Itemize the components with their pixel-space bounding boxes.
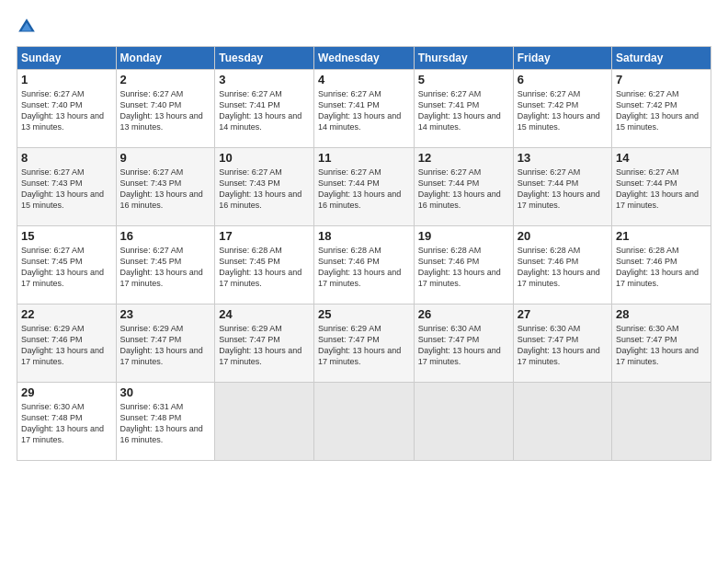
day-number: 17 [219,229,310,243]
calendar-cell [215,383,314,461]
day-info: Sunrise: 6:30 AM Sunset: 7:48 PM Dayligh… [21,401,112,446]
calendar-header-monday: Monday [116,47,215,70]
day-info: Sunrise: 6:29 AM Sunset: 7:46 PM Dayligh… [21,323,112,368]
calendar-cell: 14 Sunrise: 6:27 AM Sunset: 7:44 PM Dayl… [612,148,711,226]
calendar-cell: 27 Sunrise: 6:30 AM Sunset: 7:47 PM Dayl… [513,304,611,383]
day-number: 8 [21,151,112,165]
calendar-cell: 19 Sunrise: 6:28 AM Sunset: 7:46 PM Dayl… [414,226,513,304]
calendar-cell: 15 Sunrise: 6:27 AM Sunset: 7:45 PM Dayl… [17,226,117,304]
day-number: 23 [120,307,211,321]
day-number: 16 [120,229,211,243]
calendar-cell: 7 Sunrise: 6:27 AM Sunset: 7:42 PM Dayli… [612,70,711,148]
calendar-cell [513,383,611,461]
day-info: Sunrise: 6:29 AM Sunset: 7:47 PM Dayligh… [120,323,211,368]
day-info: Sunrise: 6:28 AM Sunset: 7:46 PM Dayligh… [318,245,410,290]
day-info: Sunrise: 6:31 AM Sunset: 7:48 PM Dayligh… [120,401,211,446]
calendar-cell: 26 Sunrise: 6:30 AM Sunset: 7:47 PM Dayl… [414,304,513,383]
day-number: 21 [616,229,707,243]
calendar-cell: 4 Sunrise: 6:27 AM Sunset: 7:41 PM Dayli… [314,70,415,148]
calendar-cell: 1 Sunrise: 6:27 AM Sunset: 7:40 PM Dayli… [17,70,117,148]
calendar-table: SundayMondayTuesdayWednesdayThursdayFrid… [17,46,711,461]
day-number: 20 [518,229,608,243]
header [17,17,711,37]
day-number: 25 [318,307,410,321]
day-info: Sunrise: 6:27 AM Sunset: 7:44 PM Dayligh… [418,167,509,212]
day-info: Sunrise: 6:28 AM Sunset: 7:46 PM Dayligh… [418,245,509,290]
calendar-cell [414,383,513,461]
day-info: Sunrise: 6:30 AM Sunset: 7:47 PM Dayligh… [616,323,707,368]
logo-icon [17,17,37,37]
calendar-cell: 10 Sunrise: 6:27 AM Sunset: 7:43 PM Dayl… [215,148,314,226]
calendar-week-3: 15 Sunrise: 6:27 AM Sunset: 7:45 PM Dayl… [17,226,711,304]
day-number: 27 [518,307,608,321]
calendar-week-4: 22 Sunrise: 6:29 AM Sunset: 7:46 PM Dayl… [17,304,711,383]
calendar-cell: 24 Sunrise: 6:29 AM Sunset: 7:47 PM Dayl… [215,304,314,383]
day-info: Sunrise: 6:27 AM Sunset: 7:43 PM Dayligh… [21,167,112,212]
logo [17,17,40,37]
calendar-header-wednesday: Wednesday [314,47,415,70]
calendar-cell: 9 Sunrise: 6:27 AM Sunset: 7:43 PM Dayli… [116,148,215,226]
calendar-cell: 20 Sunrise: 6:28 AM Sunset: 7:46 PM Dayl… [513,226,611,304]
day-number: 29 [21,385,112,399]
calendar-cell: 12 Sunrise: 6:27 AM Sunset: 7:44 PM Dayl… [414,148,513,226]
day-number: 22 [21,307,112,321]
calendar-cell: 18 Sunrise: 6:28 AM Sunset: 7:46 PM Dayl… [314,226,415,304]
calendar-cell [314,383,415,461]
day-info: Sunrise: 6:27 AM Sunset: 7:40 PM Dayligh… [21,88,112,133]
day-number: 7 [616,73,707,86]
day-info: Sunrise: 6:28 AM Sunset: 7:46 PM Dayligh… [616,245,707,290]
calendar-cell: 2 Sunrise: 6:27 AM Sunset: 7:40 PM Dayli… [116,70,215,148]
day-info: Sunrise: 6:28 AM Sunset: 7:45 PM Dayligh… [219,245,310,290]
calendar-cell: 13 Sunrise: 6:27 AM Sunset: 7:44 PM Dayl… [513,148,611,226]
calendar-cell: 22 Sunrise: 6:29 AM Sunset: 7:46 PM Dayl… [17,304,117,383]
day-info: Sunrise: 6:27 AM Sunset: 7:41 PM Dayligh… [318,88,410,133]
day-number: 19 [418,229,509,243]
day-number: 26 [418,307,509,321]
day-info: Sunrise: 6:27 AM Sunset: 7:42 PM Dayligh… [616,88,707,133]
day-info: Sunrise: 6:29 AM Sunset: 7:47 PM Dayligh… [219,323,310,368]
calendar-cell [612,383,711,461]
day-number: 12 [418,151,509,165]
calendar-header-tuesday: Tuesday [215,47,314,70]
calendar-cell: 5 Sunrise: 6:27 AM Sunset: 7:41 PM Dayli… [414,70,513,148]
calendar-week-5: 29 Sunrise: 6:30 AM Sunset: 7:48 PM Dayl… [17,383,711,461]
calendar-cell: 23 Sunrise: 6:29 AM Sunset: 7:47 PM Dayl… [116,304,215,383]
page: SundayMondayTuesdayWednesdayThursdayFrid… [0,0,728,563]
calendar-cell: 21 Sunrise: 6:28 AM Sunset: 7:46 PM Dayl… [612,226,711,304]
calendar-cell: 29 Sunrise: 6:30 AM Sunset: 7:48 PM Dayl… [17,383,117,461]
day-info: Sunrise: 6:27 AM Sunset: 7:44 PM Dayligh… [616,167,707,212]
day-number: 18 [318,229,410,243]
day-number: 24 [219,307,310,321]
calendar-cell: 25 Sunrise: 6:29 AM Sunset: 7:47 PM Dayl… [314,304,415,383]
day-info: Sunrise: 6:30 AM Sunset: 7:47 PM Dayligh… [418,323,509,368]
calendar-cell: 6 Sunrise: 6:27 AM Sunset: 7:42 PM Dayli… [513,70,611,148]
day-info: Sunrise: 6:27 AM Sunset: 7:40 PM Dayligh… [120,88,211,133]
day-info: Sunrise: 6:27 AM Sunset: 7:41 PM Dayligh… [418,88,509,133]
day-number: 4 [318,73,410,86]
day-number: 3 [219,73,310,86]
calendar-cell: 30 Sunrise: 6:31 AM Sunset: 7:48 PM Dayl… [116,383,215,461]
day-info: Sunrise: 6:27 AM Sunset: 7:45 PM Dayligh… [120,245,211,290]
calendar-cell: 16 Sunrise: 6:27 AM Sunset: 7:45 PM Dayl… [116,226,215,304]
day-number: 11 [318,151,410,165]
day-number: 9 [120,151,211,165]
calendar-cell: 17 Sunrise: 6:28 AM Sunset: 7:45 PM Dayl… [215,226,314,304]
day-number: 30 [120,385,211,399]
day-number: 1 [21,73,112,86]
day-number: 14 [616,151,707,165]
day-info: Sunrise: 6:27 AM Sunset: 7:41 PM Dayligh… [219,88,310,133]
calendar-week-2: 8 Sunrise: 6:27 AM Sunset: 7:43 PM Dayli… [17,148,711,226]
day-number: 28 [616,307,707,321]
calendar-header-saturday: Saturday [612,47,711,70]
calendar-cell: 3 Sunrise: 6:27 AM Sunset: 7:41 PM Dayli… [215,70,314,148]
day-number: 6 [518,73,608,86]
day-number: 5 [418,73,509,86]
day-info: Sunrise: 6:30 AM Sunset: 7:47 PM Dayligh… [518,323,608,368]
day-info: Sunrise: 6:27 AM Sunset: 7:44 PM Dayligh… [518,167,608,212]
day-info: Sunrise: 6:27 AM Sunset: 7:43 PM Dayligh… [120,167,211,212]
calendar-cell: 11 Sunrise: 6:27 AM Sunset: 7:44 PM Dayl… [314,148,415,226]
calendar-header-sunday: Sunday [17,47,117,70]
day-number: 10 [219,151,310,165]
calendar-cell: 28 Sunrise: 6:30 AM Sunset: 7:47 PM Dayl… [612,304,711,383]
day-info: Sunrise: 6:29 AM Sunset: 7:47 PM Dayligh… [318,323,410,368]
